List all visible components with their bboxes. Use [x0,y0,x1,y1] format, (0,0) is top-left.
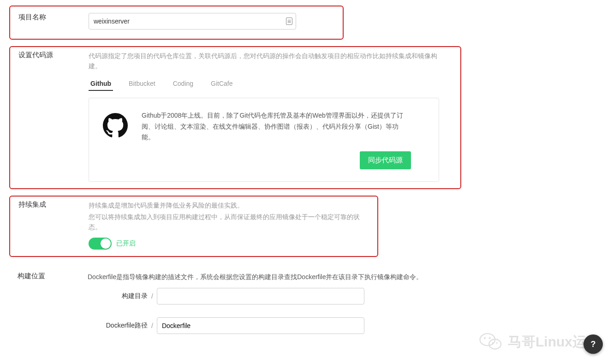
watermark: 马哥Linux运维 [479,330,600,354]
ci-desc-1: 持续集成是增加代码质量并降低业务风险的最佳实践。 [89,200,368,210]
provider-description: Github于2008年上线。目前，除了Git代码仓库托管及基本的Web管理界面… [142,110,411,143]
tab-bitbucket[interactable]: Bitbucket [127,77,157,91]
svg-point-5 [496,342,498,344]
sync-code-source-button[interactable]: 同步代码源 [360,151,411,169]
dockerfile-path-input[interactable] [157,317,364,334]
tab-gitcafe[interactable]: GitCafe [209,77,234,91]
code-source-tabs: Github Bitbucket Coding GitCafe [89,77,451,91]
project-name-input[interactable] [89,13,296,30]
wechat-icon [479,330,503,354]
svg-point-4 [492,342,494,344]
dockerfile-path-label: Dockerfile路径 [88,322,148,330]
svg-point-2 [484,337,486,339]
code-source-description: 代码源指定了您项目的代码仓库位置，关联代码源后，您对代码源的操作会自动触发项目的… [89,51,439,72]
svg-point-3 [489,337,491,339]
build-dir-input[interactable] [157,288,364,304]
path-separator: / [151,322,153,329]
github-icon [103,110,128,139]
code-source-label: 设置代码源 [10,51,89,182]
ci-label: 持续集成 [10,200,89,250]
project-name-label: 项目名称 [10,13,89,30]
build-dir-label: 构建目录 [88,292,148,300]
provider-panel: Github于2008年上线。目前，除了Git代码仓库托管及基本的Web管理界面… [89,98,439,182]
ci-desc-2: 您可以将持续集成加入到项目应用构建过程中，从而保证最终的应用镜像处于一个稳定可靠… [89,212,368,233]
build-description: Dockerfile是指导镜像构建的描述文件，系统会根据您设置的构建目录查找Do… [88,272,438,282]
tab-github[interactable]: Github [89,77,113,91]
autofill-icon: ≡ [286,18,292,25]
toggle-knob [101,239,111,249]
tab-coding[interactable]: Coding [171,77,195,91]
ci-toggle[interactable] [89,238,112,250]
build-label: 构建位置 [9,272,88,346]
path-separator: / [151,292,153,300]
ci-toggle-state: 已开启 [116,239,136,248]
help-button[interactable]: ? [583,334,603,354]
